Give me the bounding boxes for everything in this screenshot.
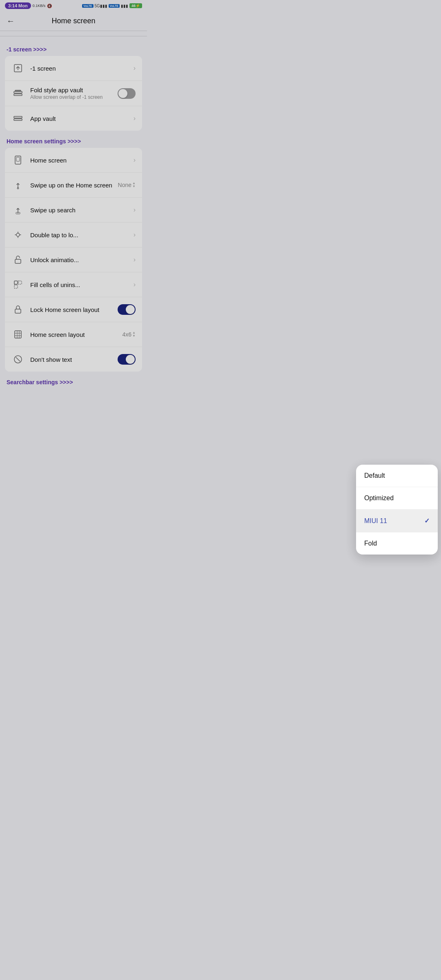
page-wrapper: 3:14 Mon 0.1KB/s 🔇 VoLTE 5G▮▮▮ VoLTE ▮▮▮… bbox=[0, 0, 147, 389]
dropdown-backdrop[interactable] bbox=[0, 0, 147, 389]
